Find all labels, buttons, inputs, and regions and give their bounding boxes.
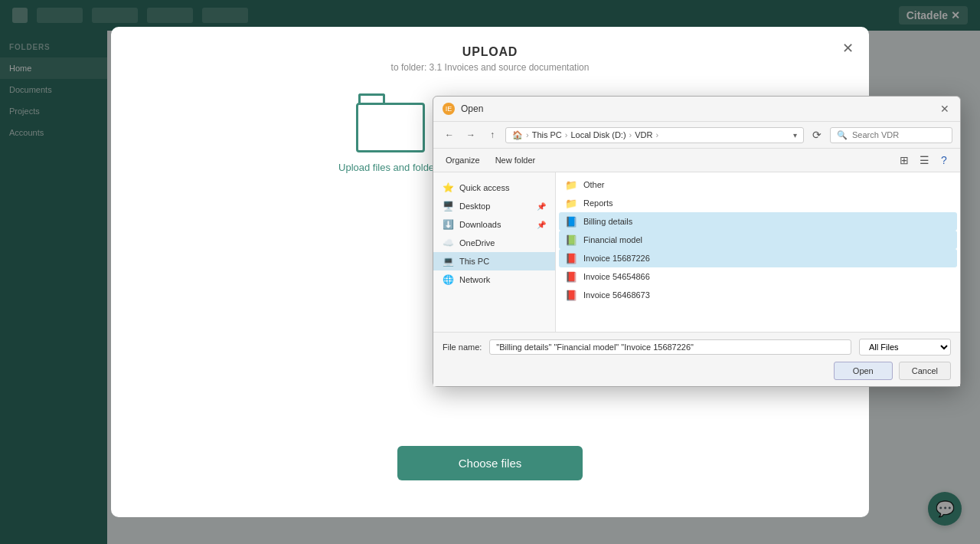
search-icon: 🔍 xyxy=(837,130,848,140)
file-name-other: Other xyxy=(583,180,605,189)
view-list-button[interactable]: ☰ xyxy=(916,152,933,169)
nav-this-pc[interactable]: 💻 This PC xyxy=(433,252,555,270)
downloads-icon: ⬇️ xyxy=(443,219,453,230)
nav-panel: ⭐ Quick access 🖥️ Desktop 📌 ⬇️ Downloads… xyxy=(433,172,556,332)
nav-downloads[interactable]: ⬇️ Downloads 📌 xyxy=(433,215,555,234)
folder-tab xyxy=(358,93,385,103)
pdf-icon-invoice3: 📕 xyxy=(565,289,577,301)
path-sep-4: › xyxy=(656,130,659,139)
nav-up-button[interactable]: ↑ xyxy=(484,126,501,143)
dialog-body: ⭐ Quick access 🖥️ Desktop 📌 ⬇️ Downloads… xyxy=(433,172,960,332)
folder-body xyxy=(356,103,425,152)
file-item-billing[interactable]: 📘 Billing details xyxy=(559,212,957,231)
view-help-button[interactable]: ? xyxy=(936,152,952,169)
file-name-invoice3: Invoice 56468673 xyxy=(583,290,650,300)
downloads-pin-icon: 📌 xyxy=(537,221,546,229)
file-item-invoice2[interactable]: 📕 Invoice 54654866 xyxy=(559,267,957,286)
path-sep-1: › xyxy=(526,130,529,139)
dialog-close-button[interactable]: ✕ xyxy=(939,103,951,115)
file-list: 📁 Other 📁 Reports 📘 Billing details 📗 Fi… xyxy=(556,172,960,332)
folder-icon-other: 📁 xyxy=(565,179,577,191)
file-item-other[interactable]: 📁 Other xyxy=(559,175,957,194)
file-name-billing: Billing details xyxy=(583,217,632,226)
nav-network[interactable]: 🌐 Network xyxy=(433,270,555,289)
new-folder-button[interactable]: New folder xyxy=(491,153,541,167)
excel-icon-financial: 📗 xyxy=(565,234,577,246)
filetype-select[interactable]: All Files Documents Images xyxy=(859,339,951,356)
nav-quick-access[interactable]: ⭐ Quick access xyxy=(433,179,555,197)
path-segment-3: VDR xyxy=(635,130,652,139)
footer-buttons: Open Cancel xyxy=(443,362,951,380)
this-pc-label: This PC xyxy=(459,257,489,266)
desktop-label: Desktop xyxy=(459,202,490,211)
file-name-reports: Reports xyxy=(583,198,613,208)
dialog-footer: File name: All Files Documents Images Op… xyxy=(433,332,960,386)
path-sep-3: › xyxy=(629,130,632,139)
view-buttons: ⊞ ☰ ? xyxy=(896,152,952,169)
folder-icon-reports: 📁 xyxy=(565,197,577,209)
quick-access-icon: ⭐ xyxy=(443,182,453,193)
nav-back-button[interactable]: ← xyxy=(441,126,458,143)
path-dropdown-button[interactable]: ▾ xyxy=(793,131,797,139)
downloads-label: Downloads xyxy=(459,220,501,229)
pdf-icon-invoice1: 📕 xyxy=(565,252,577,264)
onedrive-label: OneDrive xyxy=(459,238,495,247)
dialog-title-text: Open xyxy=(461,103,483,114)
upload-modal-subtitle: to folder: 3.1 Invoices and source docum… xyxy=(391,62,590,73)
quick-access-label: Quick access xyxy=(459,183,509,192)
filename-label: File name: xyxy=(443,342,482,352)
this-pc-icon: 💻 xyxy=(443,256,453,267)
onedrive-icon: ☁️ xyxy=(443,238,453,248)
file-name-invoice1: Invoice 15687226 xyxy=(583,254,650,263)
dialog-actions-bar: Organize New folder ⊞ ☰ ? xyxy=(433,149,960,172)
word-icon-billing: 📘 xyxy=(565,215,577,228)
modal-overlay: UPLOAD to folder: 3.1 Invoices and sourc… xyxy=(0,0,980,544)
choose-files-button[interactable]: Choose files xyxy=(397,446,583,480)
dialog-path-bar[interactable]: 🏠 › This PC › Local Disk (D:) › VDR › ▾ xyxy=(505,127,804,143)
network-label: Network xyxy=(459,275,490,284)
file-name-invoice2: Invoice 54654866 xyxy=(583,272,650,281)
file-item-invoice1[interactable]: 📕 Invoice 15687226 xyxy=(559,249,957,267)
path-home-icon: 🏠 xyxy=(512,130,523,140)
dialog-toolbar: ← → ↑ 🏠 › This PC › Local Disk (D:) › VD… xyxy=(433,122,960,149)
filename-input[interactable] xyxy=(489,339,851,355)
search-box[interactable]: 🔍 xyxy=(830,127,952,143)
organize-button[interactable]: Organize xyxy=(441,153,485,167)
file-item-reports[interactable]: 📁 Reports xyxy=(559,194,957,212)
file-open-dialog: IE Open ✕ ← → ↑ 🏠 › This PC › Local Disk… xyxy=(433,96,961,387)
upload-files-label: Upload files and folders xyxy=(338,162,443,173)
refresh-button[interactable]: ⟳ xyxy=(808,126,825,143)
nav-forward-button[interactable]: → xyxy=(462,126,479,143)
file-item-financial[interactable]: 📗 Financial model xyxy=(559,231,957,249)
path-segment-1: This PC xyxy=(532,130,562,139)
search-input[interactable] xyxy=(852,130,944,139)
pdf-icon-invoice2: 📕 xyxy=(565,270,577,283)
upload-modal-close-button[interactable]: ✕ xyxy=(838,39,857,57)
path-segment-2: Local Disk (D:) xyxy=(570,130,626,139)
path-sep-2: › xyxy=(565,130,568,139)
file-item-invoice3[interactable]: 📕 Invoice 56468673 xyxy=(559,286,957,304)
folder-illustration xyxy=(352,91,429,152)
dialog-titlebar: IE Open ✕ xyxy=(433,97,960,122)
nav-onedrive[interactable]: ☁️ OneDrive xyxy=(433,234,555,252)
upload-modal: UPLOAD to folder: 3.1 Invoices and sourc… xyxy=(111,27,869,517)
dialog-app-icon: IE xyxy=(443,103,455,115)
nav-desktop[interactable]: 🖥️ Desktop 📌 xyxy=(433,197,555,215)
upload-modal-title: UPLOAD xyxy=(462,45,518,59)
desktop-pin-icon: 📌 xyxy=(537,202,546,211)
view-grid-button[interactable]: ⊞ xyxy=(896,152,913,169)
cancel-button[interactable]: Cancel xyxy=(899,362,951,380)
network-icon: 🌐 xyxy=(443,274,453,285)
filename-row: File name: All Files Documents Images xyxy=(443,339,951,356)
file-name-financial: Financial model xyxy=(583,235,642,244)
open-button[interactable]: Open xyxy=(834,362,893,380)
desktop-icon: 🖥️ xyxy=(443,201,453,211)
